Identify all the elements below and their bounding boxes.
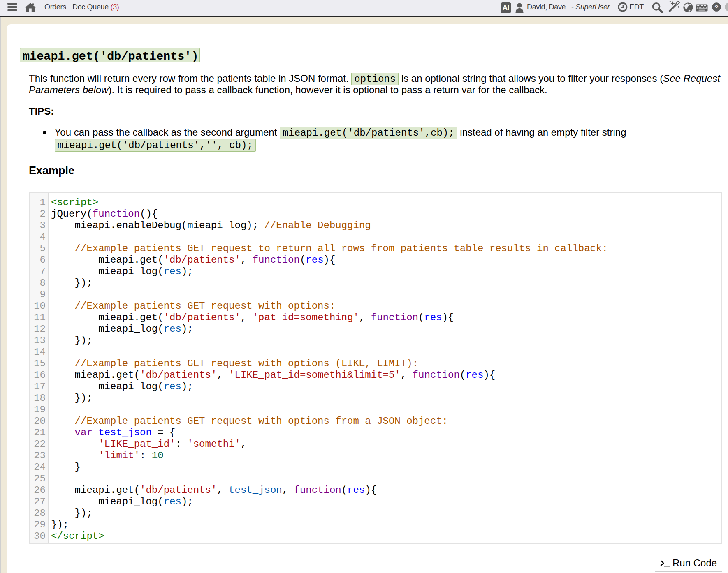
svg-text:?: ?	[714, 4, 718, 11]
